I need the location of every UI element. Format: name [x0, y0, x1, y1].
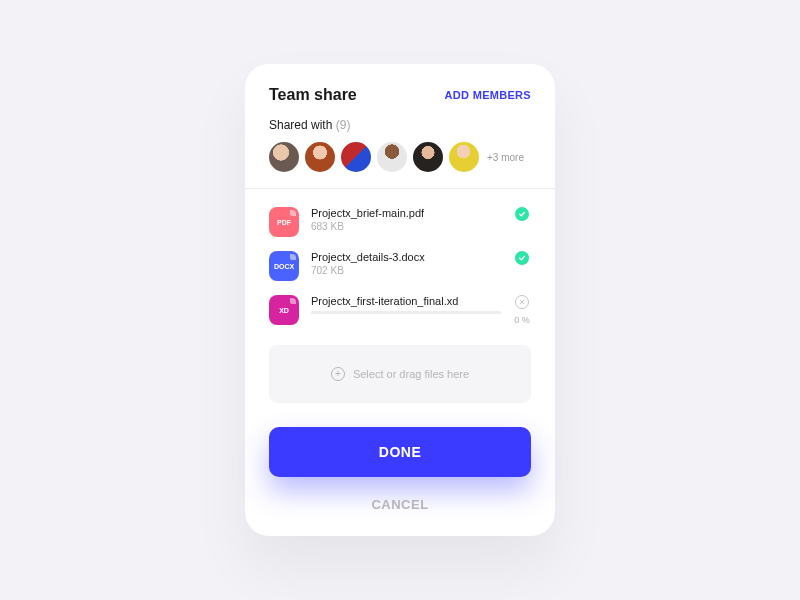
upload-progress	[311, 311, 501, 314]
shared-with-label: Shared with (9)	[269, 118, 531, 132]
team-share-dialog: Team share ADD MEMBERS Shared with (9) +…	[245, 64, 555, 536]
avatar[interactable]	[341, 142, 371, 172]
avatar-more[interactable]: +3 more	[487, 152, 524, 163]
dialog-header: Team share ADD MEMBERS	[269, 86, 531, 104]
file-list: PDF Projectx_brief-main.pdf 683 KB DOCX …	[269, 207, 531, 325]
progress-percent: 0 %	[514, 315, 530, 325]
file-row: DOCX Projectx_details-3.docx 702 KB	[269, 251, 531, 281]
check-icon	[515, 251, 529, 265]
divider	[245, 188, 555, 189]
dialog-title: Team share	[269, 86, 357, 104]
avatar-row: +3 more	[269, 142, 531, 172]
file-status-done	[513, 251, 531, 265]
pdf-file-icon: PDF	[269, 207, 299, 237]
avatar[interactable]	[377, 142, 407, 172]
progress-bar	[311, 311, 501, 314]
dropzone-text: Select or drag files here	[353, 368, 469, 380]
file-row: PDF Projectx_brief-main.pdf 683 KB	[269, 207, 531, 237]
done-button[interactable]: DONE	[269, 427, 531, 477]
avatar[interactable]	[449, 142, 479, 172]
file-name: Projectx_brief-main.pdf	[311, 207, 501, 219]
plus-circle-icon: +	[331, 367, 345, 381]
file-row: XD Projectx_first-iteration_final.xd 0 %	[269, 295, 531, 325]
file-name: Projectx_first-iteration_final.xd	[311, 295, 501, 307]
avatar[interactable]	[305, 142, 335, 172]
avatar[interactable]	[269, 142, 299, 172]
shared-with-count: (9)	[336, 118, 351, 132]
file-name: Projectx_details-3.docx	[311, 251, 501, 263]
file-info: Projectx_details-3.docx 702 KB	[311, 251, 501, 276]
file-info: Projectx_brief-main.pdf 683 KB	[311, 207, 501, 232]
shared-with-text: Shared with	[269, 118, 332, 132]
file-dropzone[interactable]: + Select or drag files here	[269, 345, 531, 403]
avatar[interactable]	[413, 142, 443, 172]
close-icon	[515, 295, 529, 309]
cancel-button[interactable]: CANCEL	[269, 493, 531, 516]
add-members-button[interactable]: ADD MEMBERS	[445, 89, 531, 101]
check-icon	[515, 207, 529, 221]
docx-file-icon: DOCX	[269, 251, 299, 281]
file-status-done	[513, 207, 531, 221]
file-size: 702 KB	[311, 265, 501, 276]
file-size: 683 KB	[311, 221, 501, 232]
file-info: Projectx_first-iteration_final.xd	[311, 295, 501, 314]
xd-file-icon: XD	[269, 295, 299, 325]
file-status-cancel[interactable]	[513, 295, 531, 309]
